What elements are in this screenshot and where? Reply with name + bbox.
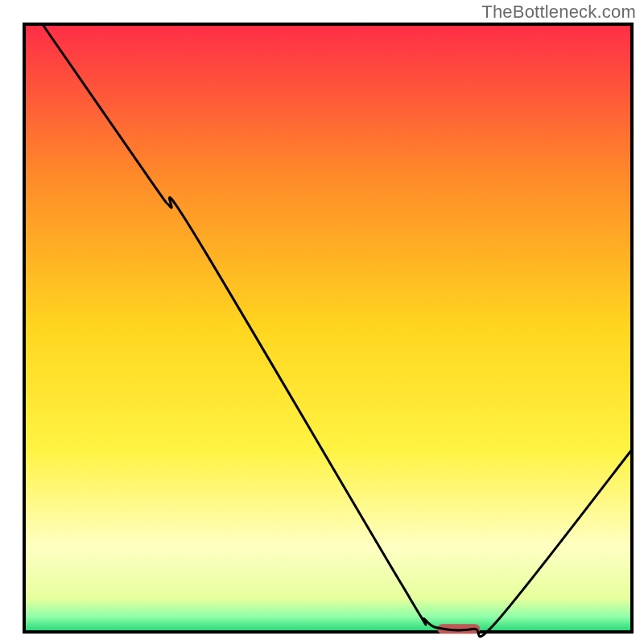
watermark-text: TheBottleneck.com [481,2,636,23]
chart-svg [0,0,644,644]
chart-container: TheBottleneck.com [0,0,644,644]
gradient-background [24,24,632,632]
